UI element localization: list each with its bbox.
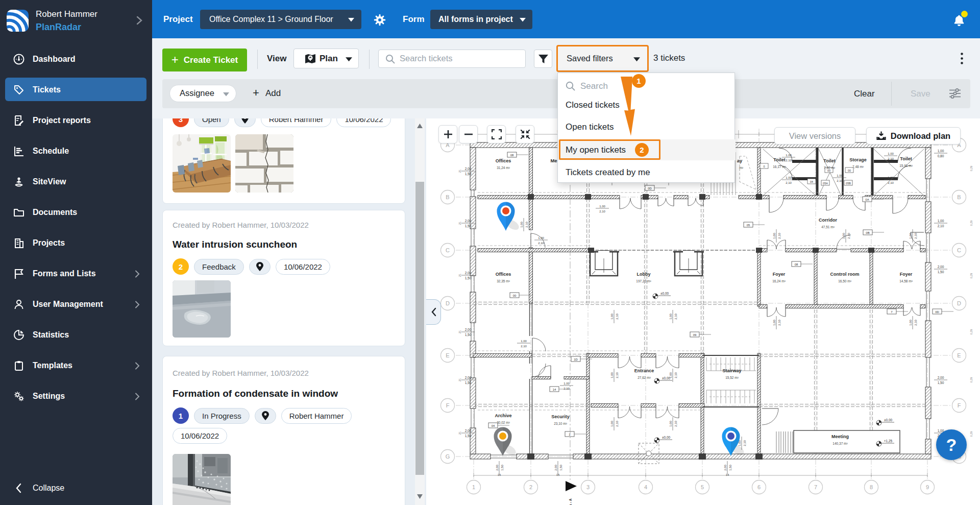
svg-text:16,24 m²: 16,24 m²: [772, 279, 786, 283]
svg-text:05A: 05A: [823, 182, 828, 185]
svg-text:16: 16: [498, 473, 501, 476]
svg-text:2,10: 2,10: [743, 440, 746, 446]
svg-text:1,00: 1,00: [669, 372, 672, 378]
svg-text:1,00: 1,00: [669, 421, 672, 427]
svg-text:7,48 m²: 7,48 m²: [852, 165, 864, 169]
svg-text:1,50: 1,50: [465, 276, 472, 280]
svg-text:Storage: Storage: [849, 157, 867, 162]
svg-text:Toilet: Toilet: [823, 158, 835, 163]
svg-text:6: 6: [757, 484, 761, 490]
svg-text:27,62 m²: 27,62 m²: [638, 376, 651, 379]
svg-text:2,10: 2,10: [914, 320, 917, 326]
svg-text:1,00: 1,00: [520, 222, 523, 228]
svg-text:0: 0: [763, 165, 765, 168]
svg-text:C: C: [957, 247, 961, 253]
svg-text:1,00: 1,00: [938, 219, 944, 223]
svg-text:1,00: 1,00: [564, 382, 570, 385]
svg-text:1,00: 1,00: [842, 233, 845, 239]
svg-text:15: 15: [556, 473, 560, 476]
svg-text:F: F: [958, 402, 961, 408]
svg-text:2,10: 2,10: [786, 159, 792, 162]
svg-text:0B: 0B: [866, 231, 869, 234]
svg-text:2,00: 2,00: [465, 328, 472, 331]
svg-text:±0,00: ±0,00: [884, 418, 893, 422]
svg-text:2,10: 2,10: [914, 233, 917, 239]
svg-text:1,00: 1,00: [599, 205, 605, 208]
svg-text:21: 21: [458, 170, 461, 173]
svg-text:Foyer: Foyer: [773, 272, 786, 277]
svg-text:Offices: Offices: [496, 272, 511, 277]
svg-text:1,50: 1,50: [465, 434, 472, 438]
svg-text:2,00: 2,00: [465, 219, 472, 223]
svg-text:D: D: [446, 300, 450, 306]
svg-text:0D: 0D: [935, 310, 939, 314]
svg-text:1,00: 1,00: [538, 236, 544, 239]
svg-text:0,29: 0,29: [970, 377, 973, 383]
svg-text:1,00: 1,00: [610, 314, 614, 320]
svg-text:F: F: [446, 402, 450, 408]
svg-text:16,17 m²: 16,17 m²: [773, 165, 786, 169]
svg-text:1,00: 1,00: [521, 340, 527, 343]
svg-text:Control room: Control room: [830, 272, 860, 277]
svg-text:1: 1: [472, 484, 475, 490]
svg-text:Toilet: Toilet: [900, 156, 912, 161]
svg-text:2,10: 2,10: [674, 421, 677, 427]
svg-text:2,10: 2,10: [616, 421, 619, 427]
svg-text:B: B: [957, 194, 961, 200]
svg-text:14: 14: [553, 388, 556, 391]
svg-text:1,00: 1,00: [773, 233, 776, 239]
svg-text:2,00: 2,00: [938, 376, 944, 379]
svg-text:Toilet: Toilet: [773, 157, 785, 162]
svg-text:08: 08: [795, 263, 798, 266]
svg-text:Archive: Archive: [495, 413, 511, 418]
svg-text:2,10: 2,10: [521, 345, 527, 348]
svg-text:2,10: 2,10: [674, 372, 677, 378]
svg-text:1,00: 1,00: [837, 174, 843, 177]
svg-text:7,40 m²: 7,40 m²: [824, 166, 836, 170]
svg-text:21: 21: [458, 330, 461, 333]
svg-text:2,10: 2,10: [564, 387, 570, 390]
svg-text:D: D: [957, 300, 961, 306]
svg-text:Stairway: Stairway: [722, 368, 741, 373]
svg-text:Entrance: Entrance: [634, 368, 654, 373]
svg-text:Foyer: Foyer: [900, 272, 913, 277]
svg-text:21: 21: [458, 431, 461, 435]
svg-text:1,50: 1,50: [465, 333, 472, 336]
svg-text:2,10: 2,10: [888, 157, 894, 160]
svg-text:2,00: 2,00: [465, 429, 472, 432]
svg-text:1,00: 1,00: [773, 320, 776, 326]
svg-text:G: G: [446, 453, 450, 460]
svg-text:2,10: 2,10: [616, 372, 619, 378]
svg-text:31,24 m²: 31,24 m²: [497, 166, 510, 170]
svg-text:21: 21: [458, 274, 461, 277]
svg-text:14,58 m²: 14,58 m²: [899, 279, 913, 283]
svg-text:05B: 05B: [846, 182, 851, 185]
svg-text:2,00: 2,00: [465, 376, 472, 379]
svg-text:Lobby: Lobby: [637, 272, 651, 277]
svg-text:4: 4: [644, 484, 647, 490]
svg-text:2,10: 2,10: [525, 222, 528, 228]
svg-text:1,50: 1,50: [465, 381, 472, 384]
svg-text:1,00: 1,00: [610, 421, 614, 427]
svg-text:2,00: 2,00: [465, 167, 472, 171]
svg-text:2,00: 2,00: [554, 465, 557, 471]
svg-text:Offices: Offices: [496, 158, 511, 163]
svg-text:1,00: 1,00: [909, 320, 912, 326]
svg-text:2,10: 2,10: [888, 181, 894, 184]
svg-text:1,00: 1,00: [888, 152, 894, 155]
svg-text:1,00: 1,00: [786, 176, 792, 179]
svg-text:04: 04: [810, 180, 813, 183]
svg-text:15,91 m²: 15,91 m²: [899, 164, 913, 167]
svg-text:7: 7: [814, 484, 817, 490]
svg-text:23,10 m²: 23,10 m²: [554, 422, 567, 425]
svg-text:2,10: 2,10: [847, 233, 850, 239]
svg-text:09: 09: [693, 333, 697, 336]
svg-text:05: 05: [747, 224, 750, 227]
svg-text:1,00: 1,00: [909, 233, 912, 239]
svg-text:1,50: 1,50: [559, 465, 562, 471]
svg-text:5: 5: [701, 484, 704, 490]
svg-text:Meeting: Meeting: [831, 434, 849, 439]
svg-text:0,29: 0,29: [970, 329, 973, 335]
svg-text:A - A: A - A: [569, 498, 572, 505]
svg-text:1,50: 1,50: [938, 270, 944, 274]
